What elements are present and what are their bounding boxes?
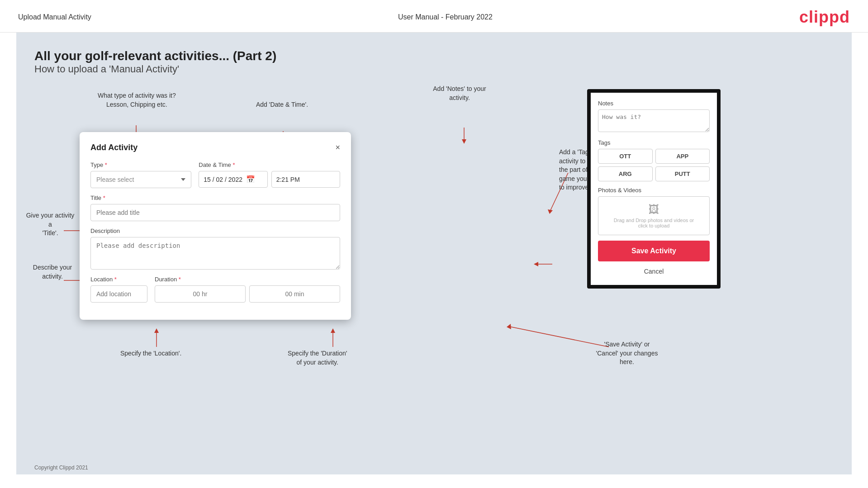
logo: clippd [799,8,850,27]
heading-sub: How to upload a 'Manual Activity' [34,63,834,75]
type-select[interactable]: Please select [90,171,191,188]
title-label: Title * [90,194,340,201]
modal-title: Add Activity [90,143,138,152]
ann-title: Give your activity a'Title'. [25,211,75,238]
location-input[interactable] [90,285,147,303]
duration-hr-input[interactable] [155,285,246,303]
ann-describe: Describe youractivity. [28,263,77,281]
top-bar: Upload Manual Activity User Manual - Feb… [0,0,868,33]
duration-label: Duration * [155,276,340,283]
type-date-row: Type * Please select Date & Time * 15 / … [90,161,340,188]
phone-panel: Notes Tags OTT APP ARG PUTT Photos & Vid… [587,89,721,289]
title-group: Title * [90,194,340,221]
tag-putt[interactable]: PUTT [655,166,710,181]
type-label: Type * [90,161,191,168]
tags-label: Tags [598,139,710,146]
svg-marker-18 [534,262,538,266]
notes-label: Notes [598,100,710,107]
copyright: Copyright Clippd 2021 [34,464,88,471]
tag-arg[interactable]: ARG [598,166,653,181]
ann-duration: Specify the 'Duration'of your activity. [288,349,347,367]
save-activity-button[interactable]: Save Activity [598,241,710,261]
calendar-icon: 📅 [246,175,255,184]
type-group: Type * Please select [90,161,191,188]
photos-section: Photos & Videos 🖼 Drag and Drop photos a… [598,187,710,235]
description-group: Description [90,227,340,270]
svg-marker-10 [154,328,159,333]
notes-textarea[interactable] [598,109,710,132]
location-group: Location * [90,276,147,303]
date-input[interactable]: 15 / 02 / 2022 📅 [199,171,267,188]
time-value: 2:21 PM [276,176,300,183]
description-label: Description [90,227,340,234]
time-input[interactable]: 2:21 PM [271,171,340,188]
date-time-label: Date & Time * [199,161,340,168]
date-value: 15 / 02 / 2022 [204,176,242,183]
main-area: All your golf-relevant activities... (Pa… [16,33,852,474]
photos-label: Photos & Videos [598,187,710,194]
tags-section: Tags OTT APP ARG PUTT [598,139,710,181]
manual-title: User Manual - February 2022 [398,13,493,21]
duration-min-input[interactable] [249,285,340,303]
svg-marker-20 [507,324,511,329]
modal-header: Add Activity × [90,143,340,152]
tag-app[interactable]: APP [655,149,710,164]
location-label: Location * [90,276,147,283]
ann-save: 'Save Activity' or'Cancel' your changesh… [577,340,677,367]
svg-marker-14 [462,139,466,144]
cancel-link[interactable]: Cancel [598,265,710,278]
ann-notes: Add 'Notes' to youractivity. [414,85,505,102]
location-duration-row: Location * Duration * [90,276,340,303]
heading-main: All your golf-relevant activities... (Pa… [34,49,834,63]
photo-text: Drag and Drop photos and videos orclick … [602,218,706,228]
ann-activity-type: What type of activity was it?Lesson, Chi… [98,91,176,109]
page-title: Upload Manual Activity [18,13,91,21]
notes-section: Notes [598,100,710,134]
tags-grid: OTT APP ARG PUTT [598,149,710,181]
add-activity-modal: Add Activity × Type * Please select Date… [80,132,351,320]
close-button[interactable]: × [335,143,340,152]
duration-group: Duration * [155,276,340,303]
date-time-group: Date & Time * 15 / 02 / 2022 📅 2:21 PM [199,161,340,188]
ann-date-time: Add 'Date & Time'. [256,100,308,109]
tag-ott[interactable]: OTT [598,149,653,164]
heading-block: All your golf-relevant activities... (Pa… [34,49,834,75]
photos-upload-area[interactable]: 🖼 Drag and Drop photos and videos orclic… [598,196,710,235]
photo-icon: 🖼 [602,203,706,216]
svg-marker-12 [331,328,335,333]
ann-location: Specify the 'Location'. [120,349,181,358]
title-input[interactable] [90,204,340,221]
description-textarea[interactable] [90,237,340,270]
svg-marker-16 [548,209,553,214]
